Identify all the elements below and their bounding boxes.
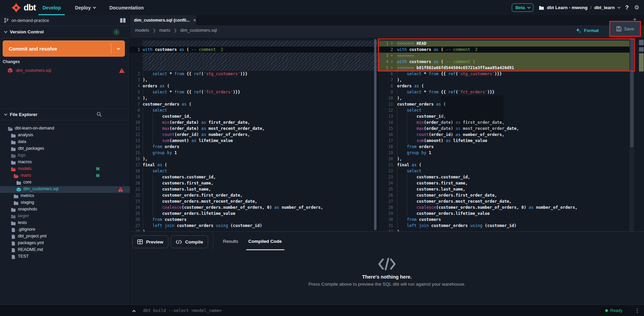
tree-item-readme-md[interactable]: README.md <box>0 247 130 254</box>
diff-placeholder-row[interactable] <box>143 59 378 65</box>
tree-item-staging[interactable]: staging <box>0 200 130 206</box>
tree-item-target[interactable]: target <box>0 213 130 220</box>
brand-title[interactable]: dbt <box>24 3 36 12</box>
code-line[interactable]: 26 customer_orders.first_order_date, <box>379 192 629 198</box>
code-line[interactable]: 11customer_orders as ( <box>379 101 629 107</box>
tree-item-tests[interactable]: tests <box>0 220 130 227</box>
code-line[interactable]: 7), <box>379 77 629 83</box>
diff-pane-original[interactable]: 1with customers as ( -- comment 22 selec… <box>130 38 378 231</box>
tree-item-data[interactable]: data <box>0 139 130 146</box>
code-line[interactable]: 24 coalesce(customer_orders.number_of_or… <box>130 204 378 210</box>
commit-and-resolve-button[interactable]: Commit and resolve <box>3 40 125 57</box>
code-line[interactable]: 17 sum(amount) as lifetime_value <box>379 138 629 144</box>
code-line[interactable]: 10), <box>379 95 629 101</box>
tree-item-dbt-packages[interactable]: dbt_packages <box>0 146 130 152</box>
diff-placeholder-row[interactable] <box>143 40 378 47</box>
code-line[interactable]: 20 customers.first_name, <box>130 180 378 186</box>
format-button[interactable]: Format <box>576 28 599 33</box>
git-branch-row[interactable]: on-demand-practice <box>0 15 130 26</box>
account-project-switcher[interactable]: dbt Learn - mwong / dbt_learn <box>539 5 620 10</box>
diff-placeholder-row[interactable] <box>143 65 378 71</box>
beta-dropdown[interactable]: Beta <box>512 3 533 12</box>
code-line[interactable]: 4orders as ( <box>130 83 378 89</box>
code-line[interactable]: 6), <box>130 95 378 101</box>
tree-item-dim-customers-sql[interactable]: dim_customers.sql <box>0 186 130 193</box>
tab-results[interactable]: Results <box>223 239 238 244</box>
code-line[interactable]: 10 min(order_date) as first_order_date, <box>130 119 378 125</box>
breadcrumb-item[interactable]: models <box>135 28 149 33</box>
code-line[interactable]: 13 customer_id, <box>379 113 629 119</box>
code-line[interactable]: 19 group by 1 <box>379 150 629 156</box>
search-icon[interactable] <box>96 112 102 117</box>
breadcrumb-item[interactable]: dim_customers.sql <box>180 28 217 33</box>
code-line[interactable]: 30 from customers <box>379 217 629 223</box>
code-line[interactable]: 9 select * from {{ ref('fct_orders')}} <box>379 89 629 95</box>
dbt-logo-icon[interactable] <box>11 3 21 13</box>
left-pane-scrollbar[interactable] <box>374 39 376 230</box>
tree-item-packages-yml[interactable]: packages.yml <box>0 240 130 247</box>
tree-item-snapshots[interactable]: snapshots <box>0 206 130 213</box>
breadcrumb-item[interactable]: marts <box>159 28 170 33</box>
code-line[interactable]: 18 select <box>130 168 378 174</box>
code-line[interactable]: 9 customer_id, <box>130 113 378 119</box>
tree-item-dbt-learn-on-demand[interactable]: dbt-learn-on-demand <box>0 125 130 132</box>
close-icon[interactable]: ✕ <box>193 18 196 23</box>
code-line[interactable]: 21final as ( <box>379 162 629 168</box>
tree-item--gitignore[interactable]: .gitignore <box>0 227 130 233</box>
code-line[interactable]: 23 customers.customer_id, <box>379 174 629 180</box>
code-line[interactable]: 26 from customers <box>130 217 378 223</box>
tree-item-analysis[interactable]: analysis <box>0 132 130 139</box>
code-line[interactable]: 22 customer_orders.first_order_date, <box>130 192 378 198</box>
settings-gear-icon[interactable]: ⚙ <box>634 4 639 11</box>
code-line[interactable]: 3), <box>130 77 378 83</box>
code-line[interactable]: 31 left join customer_orders using (cust… <box>379 223 629 229</box>
tree-item-marts[interactable]: martsM <box>0 173 130 179</box>
nav-item-deploy[interactable]: Deploy <box>75 0 95 15</box>
code-line[interactable]: 8 select <box>130 107 378 113</box>
code-line[interactable]: 15 group by 1 <box>130 150 378 156</box>
docs-book-icon[interactable] <box>120 18 126 23</box>
tab-dim-customers[interactable]: dim_customers.sql (confli... ✕ <box>130 15 197 25</box>
code-line[interactable]: 2 select * from {{ ref('stg_customers')}… <box>130 71 378 77</box>
code-line[interactable]: 28) <box>130 229 378 231</box>
preview-button[interactable]: Preview <box>132 235 168 248</box>
code-line[interactable]: 12 count(order_id) as number_of_orders, <box>130 132 378 138</box>
code-line[interactable]: 29 customer_orders.lifetime_value <box>379 210 629 217</box>
code-line[interactable]: 22 select <box>379 168 629 174</box>
code-line[interactable]: 19 customers.customer_id, <box>130 174 378 180</box>
code-line[interactable]: 27 left join customer_orders using (cust… <box>130 223 378 229</box>
code-line[interactable]: 5 select * from {{ ref('fct_orders')}} <box>130 89 378 95</box>
code-line[interactable]: 21 customers.last_name, <box>130 186 378 192</box>
code-line[interactable]: 11 max(order_date) as most_recent_order_… <box>130 125 378 132</box>
version-control-header[interactable]: Version Control 1 <box>0 26 130 38</box>
tree-item-macros[interactable]: macros <box>0 159 130 166</box>
changed-file-row[interactable]: dim_customers.sql <box>0 66 130 75</box>
tree-item-core[interactable]: core <box>0 179 130 186</box>
commit-options-chevron[interactable] <box>111 48 124 50</box>
tree-item-test[interactable]: TEST <box>0 254 130 260</box>
code-line[interactable]: 15 max(order_date) as most_recent_order_… <box>379 125 629 132</box>
code-line[interactable]: 1with customers as ( -- comment 2 <box>130 47 378 53</box>
tree-item-models[interactable]: modelsM <box>0 166 130 173</box>
tab-compiled-code[interactable]: Compiled Code <box>248 239 282 244</box>
code-line[interactable]: 6 select * from {{ ref('stg_customers')}… <box>379 71 629 77</box>
diff-placeholder-row[interactable] <box>143 53 378 59</box>
tree-item-dbt-project-yml[interactable]: dbt_project.yml <box>0 233 130 240</box>
code-line[interactable]: 20), <box>379 156 629 162</box>
code-line[interactable]: 25 customer_orders.lifetime_value <box>130 210 378 217</box>
code-line[interactable]: 25 customers.last_name, <box>379 186 629 192</box>
code-line[interactable]: 14 min(order_date) as first_order_date, <box>379 119 629 125</box>
overview-ruler[interactable] <box>635 38 644 231</box>
compile-button[interactable]: Compile <box>171 235 208 248</box>
code-line[interactable]: 7customer_orders as ( <box>130 101 378 107</box>
code-line[interactable]: 12 select <box>379 107 629 113</box>
tree-item-metrics[interactable]: metrics <box>0 193 130 200</box>
code-line[interactable]: 27 customer_orders.most_recent_order_dat… <box>379 198 629 204</box>
nav-item-documentation[interactable]: Documentation <box>109 0 144 15</box>
code-line[interactable]: 16 count(order_id) as number_of_orders, <box>379 132 629 138</box>
code-line[interactable]: 8orders as ( <box>379 83 629 89</box>
code-line[interactable]: 13 sum(amount) as lifetime_value <box>130 138 378 144</box>
code-line[interactable]: 16), <box>130 156 378 162</box>
code-line[interactable]: 17final as ( <box>130 162 378 168</box>
code-line[interactable]: 24 customers.first_name, <box>379 180 629 186</box>
